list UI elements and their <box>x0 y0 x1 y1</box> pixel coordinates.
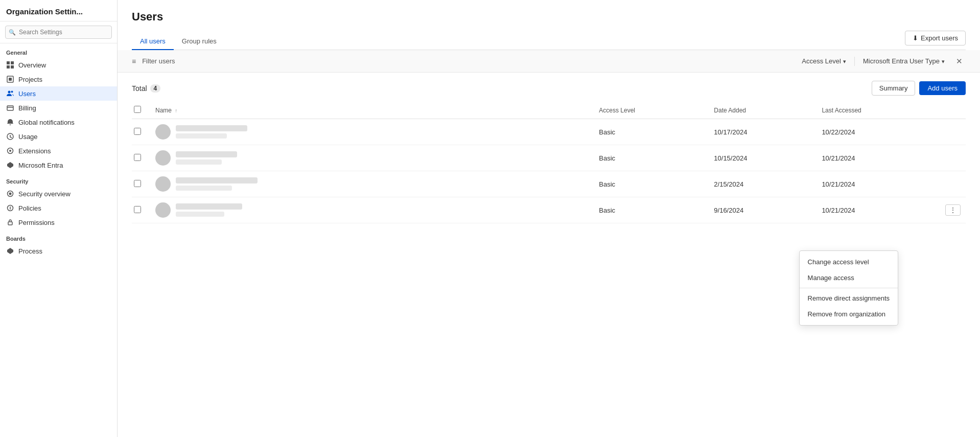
date-added-cell: 9/16/2024 <box>709 197 816 223</box>
context-menu-item-manage-access[interactable]: Manage access <box>800 270 898 286</box>
row-checkbox-cell <box>132 145 150 171</box>
sidebar-item-label: Security overview <box>18 190 71 198</box>
access-level-cell: Basic <box>594 197 709 223</box>
date-added-cell: 10/15/2024 <box>709 145 816 171</box>
sidebar-item-label: Microsoft Entra <box>18 162 63 169</box>
avatar <box>155 124 171 140</box>
access-level-cell: Basic <box>594 145 709 171</box>
sidebar-item-permissions[interactable]: Permissions <box>0 215 117 229</box>
sidebar-item-process[interactable]: Process <box>0 244 117 258</box>
row-actions-button[interactable]: ⋮ <box>945 204 961 216</box>
row-actions-cell <box>940 119 966 145</box>
last-accessed-cell: 10/21/2024 <box>816 145 940 171</box>
sidebar-item-overview[interactable]: Overview <box>0 58 117 72</box>
row-actions-cell: ⋮ <box>940 197 966 223</box>
svg-rect-18 <box>8 222 12 225</box>
row-select-checkbox[interactable] <box>134 206 141 213</box>
table-row: Basic 10/15/2024 10/21/2024 <box>132 145 966 171</box>
users-table: Name ↑ Access Level Date Added Last Acce… <box>132 102 966 223</box>
process-icon <box>6 247 14 255</box>
search-settings-input[interactable] <box>5 26 112 39</box>
billing-icon <box>6 104 14 112</box>
entra-user-type-dropdown[interactable]: Microsoft Entra User Type <box>859 55 949 67</box>
entra-user-type-label: Microsoft Entra User Type <box>863 57 940 65</box>
user-name-placeholder <box>176 203 242 210</box>
access-level-column-header[interactable]: Access Level <box>594 102 709 119</box>
sidebar-item-label: Usage <box>18 133 38 141</box>
tab-all-users[interactable]: All users <box>132 33 174 50</box>
user-name-placeholder <box>176 151 237 157</box>
tab-group-rules[interactable]: Group rules <box>174 33 225 50</box>
svg-rect-3 <box>11 65 14 68</box>
page-title: Users <box>132 10 966 24</box>
sidebar-item-global-notifications[interactable]: Global notifications <box>0 115 117 129</box>
filter-users-label[interactable]: Filter users <box>142 57 794 65</box>
avatar <box>155 176 171 192</box>
last-accessed-column-header[interactable]: Last Accessed <box>816 102 940 119</box>
avatar <box>155 202 171 218</box>
sidebar-item-label: Projects <box>18 76 42 83</box>
svg-point-12 <box>9 150 11 152</box>
user-email-placeholder <box>176 133 227 139</box>
svg-point-15 <box>9 193 12 195</box>
sidebar-item-projects[interactable]: Projects <box>0 72 117 86</box>
row-actions-cell <box>940 171 966 197</box>
access-level-cell: Basic <box>594 119 709 145</box>
svg-rect-1 <box>11 61 14 64</box>
filter-close-button[interactable]: ✕ <box>953 56 966 67</box>
sidebar-item-label: Permissions <box>18 219 55 226</box>
sidebar-item-usage[interactable]: Usage <box>0 129 117 144</box>
chevron-down-icon <box>843 57 846 65</box>
svg-rect-5 <box>9 78 12 81</box>
date-added-cell: 2/15/2024 <box>709 171 816 197</box>
permissions-icon <box>6 218 14 226</box>
context-menu-item-remove-from-organization[interactable]: Remove from organization <box>800 306 898 322</box>
sidebar: Organization Settin... 🔍 General Overvie… <box>0 0 118 437</box>
last-accessed-cell: 10/22/2024 <box>816 119 940 145</box>
user-email-placeholder <box>176 159 222 165</box>
sidebar-item-label: Extensions <box>18 147 51 155</box>
sidebar-item-label: Billing <box>18 104 36 112</box>
user-name-cell <box>150 145 594 171</box>
select-all-column <box>132 102 150 119</box>
user-name-cell <box>150 119 594 145</box>
name-column-header[interactable]: Name ↑ <box>150 102 594 119</box>
row-checkbox-cell <box>132 171 150 197</box>
filter-icon: ≡ <box>132 57 136 65</box>
row-checkbox-cell <box>132 197 150 223</box>
sidebar-item-security-overview[interactable]: Security overview <box>0 187 117 201</box>
sidebar-item-users[interactable]: Users <box>0 86 117 101</box>
sidebar-item-label: Global notifications <box>18 119 75 126</box>
export-users-button[interactable]: ⬇ Export users <box>905 31 966 45</box>
sidebar-item-policies[interactable]: Policies <box>0 201 117 215</box>
policy-icon <box>6 204 14 212</box>
sidebar-item-label: Users <box>18 90 36 98</box>
context-menu-divider <box>800 288 898 288</box>
add-users-button[interactable]: Add users <box>919 81 966 95</box>
sidebar-item-billing[interactable]: Billing <box>0 101 117 115</box>
row-select-checkbox[interactable] <box>134 180 141 187</box>
last-accessed-cell: 10/21/2024 <box>816 171 940 197</box>
sidebar-item-microsoft-entra[interactable]: Microsoft Entra <box>0 158 117 172</box>
svg-marker-19 <box>7 248 13 254</box>
date-added-column-header[interactable]: Date Added <box>709 102 816 119</box>
row-select-checkbox[interactable] <box>134 154 141 161</box>
summary-button[interactable]: Summary <box>872 81 916 96</box>
usage-icon <box>6 132 14 141</box>
select-all-checkbox[interactable] <box>134 106 141 113</box>
context-menu: Change access level Manage access Remove… <box>799 250 898 326</box>
sidebar-section-general: General <box>0 43 117 58</box>
last-accessed-cell: 10/21/2024 <box>816 197 940 223</box>
sidebar-item-extensions[interactable]: Extensions <box>0 144 117 158</box>
entra-icon <box>6 161 14 169</box>
row-select-checkbox[interactable] <box>134 128 141 135</box>
actions-column-header <box>940 102 966 119</box>
user-name-cell <box>150 171 594 197</box>
filter-separator <box>854 57 855 66</box>
access-level-dropdown[interactable]: Access Level <box>798 55 850 67</box>
search-icon: 🔍 <box>9 29 16 36</box>
context-menu-item-remove-direct-assignments[interactable]: Remove direct assignments <box>800 290 898 306</box>
main-header: Users All users Group rules ⬇ Export use… <box>118 0 980 50</box>
context-menu-item-change-access-level[interactable]: Change access level <box>800 254 898 270</box>
svg-rect-8 <box>7 106 13 110</box>
